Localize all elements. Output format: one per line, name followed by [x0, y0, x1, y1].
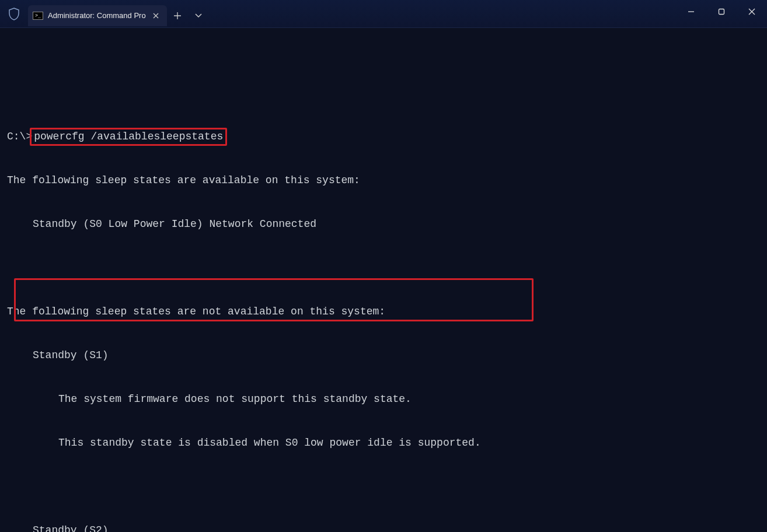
close-button[interactable]: [737, 0, 767, 23]
cmd-icon: >_: [33, 12, 43, 20]
terminal-line: C:\>powercfg /availablesleepstates: [7, 130, 760, 144]
terminal-line: Standby (S1): [7, 348, 760, 363]
terminal-output[interactable]: C:\>powercfg /availablesleepstates The f…: [0, 28, 767, 532]
command-text: powercfg /availablesleepstates: [34, 131, 223, 142]
tab-close-button[interactable]: [151, 10, 161, 21]
window-controls: [676, 0, 767, 28]
tab-dropdown-button[interactable]: [188, 5, 209, 26]
terminal-line: Standby (S0 Low Power Idle) Network Conn…: [7, 217, 760, 232]
minimize-button[interactable]: [676, 0, 706, 23]
shield-icon: [0, 0, 28, 28]
terminal-line: This standby state is disabled when S0 l…: [7, 436, 760, 450]
terminal-line: The system firmware does not support thi…: [7, 392, 760, 407]
terminal-line: The following sleep states are not avail…: [7, 304, 760, 319]
highlight-box-cmd1: powercfg /availablesleepstates: [30, 128, 227, 146]
terminal-line: The following sleep states are available…: [7, 173, 760, 188]
new-tab-button[interactable]: [167, 5, 188, 26]
svg-rect-0: [719, 9, 724, 14]
titlebar: >_ Administrator: Command Pro: [0, 0, 767, 28]
tab-title: Administrator: Command Pro: [48, 11, 146, 20]
maximize-button[interactable]: [706, 0, 737, 23]
tab-active[interactable]: >_ Administrator: Command Pro: [28, 5, 167, 26]
terminal-line: [7, 480, 760, 494]
terminal-line: Standby (S2): [7, 523, 760, 532]
terminal-line: [7, 261, 760, 275]
prompt: C:\>: [7, 131, 32, 142]
